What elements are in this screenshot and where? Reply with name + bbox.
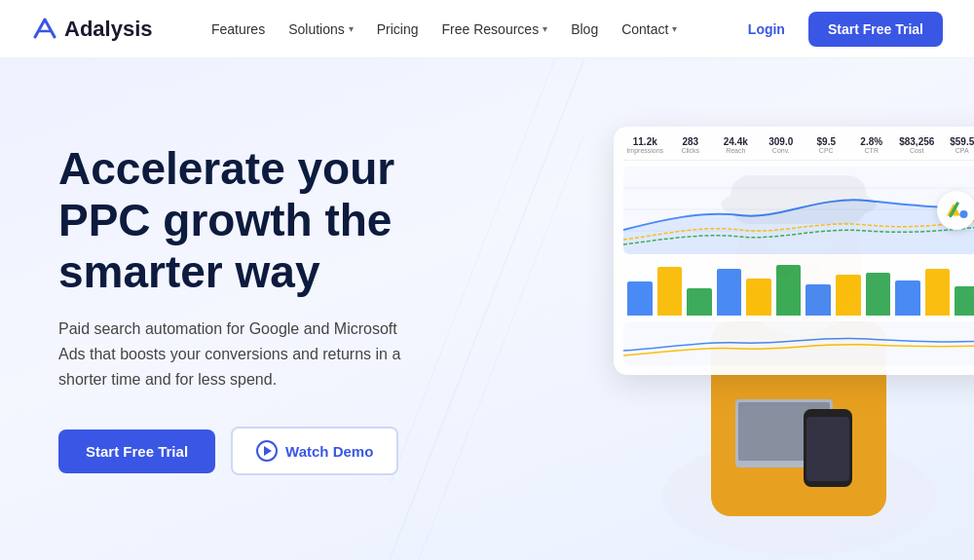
start-free-trial-button[interactable]: Start Free Trial xyxy=(808,12,943,47)
watch-demo-label: Watch Demo xyxy=(285,443,373,460)
nav-label-solutions: Solutions xyxy=(288,21,345,37)
bar-3 xyxy=(687,288,712,316)
svg-rect-11 xyxy=(806,417,849,481)
bar-chart-area xyxy=(623,262,974,316)
stat-val-7: $83,256 xyxy=(895,136,939,147)
bar-9 xyxy=(866,273,891,316)
nav-item-free-resources[interactable]: Free Resources ▾ xyxy=(432,16,558,43)
stat-lbl-7: Cost xyxy=(895,147,939,154)
bar-5 xyxy=(746,279,771,316)
stats-row: 11.2k Impressions 283 Clicks 24.4k Reach… xyxy=(623,136,974,161)
stat-val-6: 2.8% xyxy=(850,136,894,147)
play-triangle-icon xyxy=(264,446,272,456)
navbar: Adalysis Features Solutions ▾ Pricing Fr… xyxy=(0,0,974,58)
stat-lbl-2: Clicks xyxy=(669,147,713,154)
hero-section: Accelerate your PPC growth the smarter w… xyxy=(0,58,974,560)
bar-10 xyxy=(895,280,920,316)
nav-label-features: Features xyxy=(211,21,265,37)
hero-title: Accelerate your PPC growth the smarter w… xyxy=(58,143,409,298)
bar-6 xyxy=(776,265,802,316)
chevron-down-icon: ▾ xyxy=(543,23,547,34)
hero-buttons: Start Free Trial Watch Demo xyxy=(58,427,409,475)
nav-item-solutions[interactable]: Solutions ▾ xyxy=(279,16,363,43)
nav-actions: Login Start Free Trial xyxy=(736,12,943,47)
hero-subtitle: Paid search automation for Google and Mi… xyxy=(58,317,409,392)
nav-item-features[interactable]: Features xyxy=(202,16,275,43)
stat-conv: 309.0 Conv. xyxy=(760,136,804,154)
nav-links: Features Solutions ▾ Pricing Free Resour… xyxy=(202,16,688,43)
stat-cpa: $59.5 CPA xyxy=(941,136,975,154)
chevron-down-icon: ▾ xyxy=(349,23,354,34)
stat-val-4: 309.0 xyxy=(760,136,804,147)
brand-logo[interactable]: Adalysis xyxy=(31,16,153,43)
stat-val-1: 11.2k xyxy=(623,136,667,147)
stat-cpc: $9.5 CPC xyxy=(805,136,848,154)
google-ads-icon xyxy=(945,199,968,222)
bar-4 xyxy=(717,269,742,316)
stat-lbl-6: CTR xyxy=(850,147,894,154)
bar-2 xyxy=(657,267,683,316)
svg-point-15 xyxy=(960,210,968,218)
nav-label-contact: Contact xyxy=(621,21,668,37)
dashboard-card: 11.2k Impressions 283 Clicks 24.4k Reach… xyxy=(614,127,974,375)
nav-label-free-resources: Free Resources xyxy=(442,21,540,37)
bar-1 xyxy=(627,281,653,316)
google-ads-badge xyxy=(937,191,974,230)
chevron-down-icon: ▾ xyxy=(672,23,677,34)
stat-lbl-8: CPA xyxy=(941,147,975,154)
hero-start-trial-button[interactable]: Start Free Trial xyxy=(58,429,215,473)
stat-val-8: $59.5 xyxy=(941,136,975,147)
bar-12 xyxy=(955,286,974,316)
stat-lbl-1: Impressions xyxy=(623,147,667,154)
stat-lbl-3: Reach xyxy=(714,147,758,154)
brand-name: Adalysis xyxy=(64,17,153,42)
nav-item-blog[interactable]: Blog xyxy=(561,16,608,43)
logo-icon xyxy=(31,16,58,43)
bar-8 xyxy=(836,275,861,316)
watch-demo-button[interactable]: Watch Demo xyxy=(231,427,398,475)
bottom-chart-svg xyxy=(623,321,974,365)
nav-item-pricing[interactable]: Pricing xyxy=(367,16,429,43)
stat-cost: $83,256 Cost xyxy=(895,136,939,154)
nav-label-blog: Blog xyxy=(571,21,598,37)
stat-impressions: 11.2k Impressions xyxy=(623,136,667,154)
stat-val-3: 24.4k xyxy=(714,136,758,147)
bar-11 xyxy=(925,269,951,316)
nav-item-contact[interactable]: Contact ▾ xyxy=(612,16,687,43)
bar-7 xyxy=(805,284,831,316)
stat-lbl-5: CPC xyxy=(805,147,848,154)
line-chart-area xyxy=(623,167,974,254)
stat-ctr: 2.8% CTR xyxy=(850,136,894,154)
bottom-chart-area xyxy=(623,321,974,365)
stat-clicks: 283 Clicks xyxy=(669,136,713,154)
play-icon xyxy=(256,440,278,462)
stat-reach: 24.4k Reach xyxy=(714,136,758,154)
line-chart-svg xyxy=(623,167,974,254)
stat-val-2: 283 xyxy=(669,136,713,147)
nav-label-pricing: Pricing xyxy=(377,21,419,37)
hero-content: Accelerate your PPC growth the smarter w… xyxy=(0,143,468,475)
login-button[interactable]: Login xyxy=(736,16,797,43)
stat-lbl-4: Conv. xyxy=(760,147,804,154)
stat-val-5: $9.5 xyxy=(805,136,848,147)
